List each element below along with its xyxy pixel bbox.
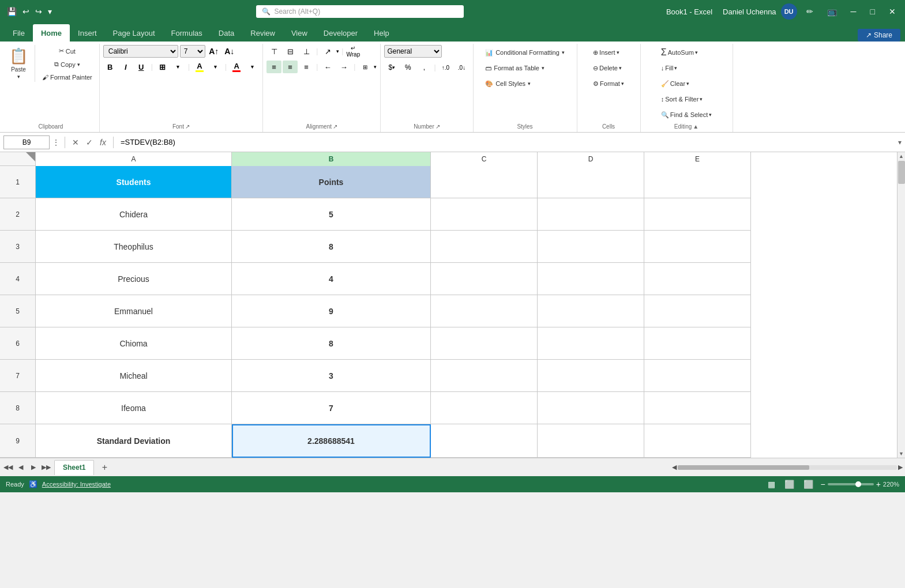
sheet-nav-last[interactable]: ▶▶: [40, 462, 52, 473]
cancel-input-icon[interactable]: ✕: [70, 137, 81, 148]
copy-button[interactable]: ⧉Copy▾: [39, 58, 96, 70]
cell-A7[interactable]: Micheal: [36, 360, 232, 392]
column-header-B[interactable]: B: [232, 152, 431, 166]
tab-view[interactable]: View: [283, 24, 316, 42]
row-header-4[interactable]: 4: [0, 263, 36, 295]
angle-dropdown[interactable]: ▾: [336, 48, 339, 54]
cut-button[interactable]: ✂Cut: [39, 45, 96, 57]
cell-B9[interactable]: 2.288688541: [232, 424, 431, 458]
cell-D7[interactable]: [538, 360, 644, 392]
cell-styles-button[interactable]: 🎨 Cell Styles ▾: [480, 76, 535, 91]
decrease-font-button[interactable]: A↓: [223, 45, 236, 58]
increase-indent-button[interactable]: →: [336, 61, 351, 73]
cell-B7[interactable]: 3: [232, 360, 431, 392]
scroll-thumb[interactable]: [898, 161, 905, 184]
cell-A4[interactable]: Precious: [36, 263, 232, 295]
share-button[interactable]: ↗ Share: [858, 29, 900, 42]
currency-button[interactable]: $▾: [384, 61, 399, 74]
hscroll-track[interactable]: [678, 465, 897, 470]
italic-button[interactable]: I: [119, 61, 133, 73]
percent-button[interactable]: %: [400, 61, 415, 74]
cell-A1[interactable]: Students: [36, 166, 232, 198]
fill-button[interactable]: ↓ Fill ▾: [658, 61, 681, 76]
vertical-scrollbar[interactable]: ▲ ▼: [897, 152, 905, 458]
tab-data[interactable]: Data: [211, 24, 242, 42]
add-sheet-button[interactable]: +: [97, 461, 111, 474]
column-header-C[interactable]: C: [431, 152, 538, 166]
row-header-5[interactable]: 5: [0, 295, 36, 327]
hscroll-left-button[interactable]: ◀: [672, 463, 677, 471]
cell-C1[interactable]: [431, 166, 538, 198]
tab-page-layout[interactable]: Page Layout: [105, 24, 163, 42]
hscroll-thumb[interactable]: [678, 465, 809, 470]
cell-D2[interactable]: [538, 198, 644, 231]
tab-formulas[interactable]: Formulas: [163, 24, 211, 42]
tab-insert[interactable]: Insert: [70, 24, 105, 42]
alignment-settings-icon[interactable]: ↗: [333, 123, 337, 130]
save-button[interactable]: 💾: [5, 6, 19, 17]
bold-button[interactable]: B: [103, 61, 117, 73]
cell-A5[interactable]: Emmanuel: [36, 295, 232, 327]
cell-C2[interactable]: [431, 198, 538, 231]
cell-B1[interactable]: Points: [232, 166, 431, 198]
border-dropdown[interactable]: ▾: [171, 61, 185, 73]
font-settings-icon[interactable]: ↗: [185, 123, 190, 130]
font-color-dropdown[interactable]: ▾: [245, 61, 259, 73]
zoom-level[interactable]: 220%: [883, 481, 899, 488]
clear-button[interactable]: 🧹 Clear ▾: [658, 76, 693, 91]
border-button[interactable]: ⊞: [156, 61, 170, 73]
format-as-table-button[interactable]: 🗃 Format as Table ▾: [480, 61, 549, 76]
cell-C3[interactable]: [431, 231, 538, 263]
cell-E4[interactable]: [644, 263, 751, 295]
cell-B4[interactable]: 4: [232, 263, 431, 295]
wrap-text-button[interactable]: ↵ Wrap: [346, 45, 361, 58]
row-header-3[interactable]: 3: [0, 231, 36, 263]
cell-D6[interactable]: [538, 327, 644, 360]
underline-button[interactable]: U: [134, 61, 148, 73]
scroll-down-button[interactable]: ▼: [898, 450, 905, 458]
top-align-button[interactable]: ⊤: [266, 45, 281, 58]
cell-A8[interactable]: Ifeoma: [36, 392, 232, 424]
column-header-A[interactable]: A: [36, 152, 232, 166]
cell-D1[interactable]: [538, 166, 644, 198]
tab-developer[interactable]: Developer: [316, 24, 366, 42]
row-header-8[interactable]: 8: [0, 392, 36, 424]
user-avatar[interactable]: DU: [781, 3, 797, 20]
left-align-button[interactable]: ≡: [266, 61, 281, 73]
conditional-formatting-button[interactable]: 📊 Conditional Formatting ▾: [480, 45, 569, 60]
fill-dropdown[interactable]: ▾: [208, 61, 222, 73]
cell-E1[interactable]: [644, 166, 751, 198]
cell-B8[interactable]: 7: [232, 392, 431, 424]
merge-center-button[interactable]: ⊞: [358, 61, 373, 73]
undo-button[interactable]: ↩: [20, 6, 32, 17]
font-size-select[interactable]: 7: [180, 45, 205, 58]
cell-E3[interactable]: [644, 231, 751, 263]
bottom-align-button[interactable]: ⊥: [299, 45, 314, 58]
cell-A2[interactable]: Chidera: [36, 198, 232, 231]
redo-button[interactable]: ↪: [33, 6, 44, 17]
font-color-button[interactable]: A: [230, 61, 243, 73]
sheet-nav-prev[interactable]: ◀: [15, 462, 27, 473]
row-header-2[interactable]: 2: [0, 198, 36, 231]
cell-B2[interactable]: 5: [232, 198, 431, 231]
scroll-track[interactable]: [898, 160, 905, 450]
right-align-button[interactable]: ≡: [299, 61, 314, 73]
cell-E8[interactable]: [644, 392, 751, 424]
normal-view-button[interactable]: ▦: [765, 478, 778, 490]
present-button[interactable]: 📺: [823, 5, 842, 18]
expand-formula-icon[interactable]: ▾: [898, 138, 902, 146]
number-settings-icon[interactable]: ↗: [435, 123, 440, 130]
insert-cells-button[interactable]: ⊕ Insert ▾: [589, 45, 623, 60]
cell-C8[interactable]: [431, 392, 538, 424]
center-align-button[interactable]: ≡: [283, 61, 298, 73]
paste-button[interactable]: 📋 Paste ▾: [6, 45, 31, 82]
zoom-in-button[interactable]: +: [876, 480, 881, 489]
delete-cells-button[interactable]: ⊖ Delete ▾: [589, 61, 625, 76]
cell-E6[interactable]: [644, 327, 751, 360]
cell-C7[interactable]: [431, 360, 538, 392]
accessibility-text[interactable]: Accessibility: Investigate: [42, 481, 111, 488]
tab-help[interactable]: Help: [366, 24, 397, 42]
cell-C6[interactable]: [431, 327, 538, 360]
cell-A6[interactable]: Chioma: [36, 327, 232, 360]
confirm-input-icon[interactable]: ✓: [84, 137, 95, 148]
